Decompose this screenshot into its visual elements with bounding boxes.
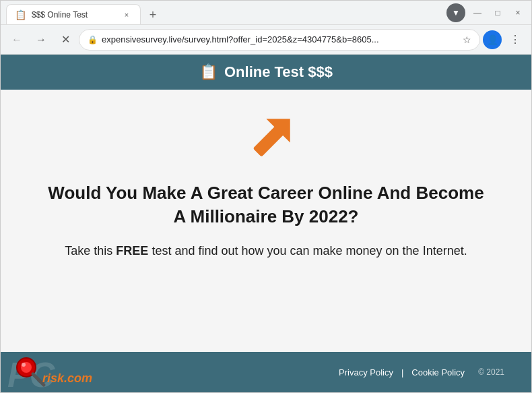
new-tab-button[interactable]: + — [143, 5, 162, 24]
profile-icon: 👤 — [487, 34, 498, 45]
subtext-suffix: test and find out how you can make money… — [148, 244, 467, 258]
bookmark-icon[interactable]: ☆ — [463, 34, 471, 45]
footer-year: © 2021 — [478, 367, 504, 377]
profile-button[interactable]: 👤 — [483, 30, 502, 49]
extensions-button[interactable]: ▼ — [446, 3, 465, 22]
reload-button[interactable]: ✕ — [55, 29, 76, 51]
footer-links: Privacy Policy | Cookie Policy © 2021 — [339, 367, 504, 377]
page-footer: PC risk.com Privacy Policy | Cookie Poli… — [1, 352, 531, 392]
menu-button[interactable]: ⋮ — [504, 29, 526, 51]
cookie-policy-link[interactable]: Cookie Policy — [411, 367, 465, 377]
tab-area: 📋 $$$ Online Test × + — [6, 1, 446, 24]
footer-logo: PC risk.com — [7, 357, 53, 392]
header-title: Online Test $$$ — [224, 63, 333, 81]
minimize-button[interactable]: — — [469, 5, 486, 21]
lock-icon: 🔒 — [88, 35, 98, 44]
window-controls-area: ▼ — □ × — [446, 3, 526, 22]
main-heading: Would You Make A Great Career Online And… — [41, 181, 491, 229]
page-header: 📋 Online Test $$$ — [1, 55, 531, 90]
risk-logo-text: risk.com — [42, 371, 92, 386]
privacy-policy-link[interactable]: Privacy Policy — [339, 367, 393, 377]
address-bar: ← → ✕ 🔒 expensivesurvey.live/survey.html… — [1, 25, 531, 55]
active-tab[interactable]: 📋 $$$ Online Test × — [6, 4, 141, 24]
header-icon: 📋 — [199, 63, 218, 81]
svg-point-5 — [22, 363, 26, 367]
tab-title: $$$ Online Test — [32, 10, 116, 20]
browser-body: 📋 Online Test $$$ Would You Make A Great… — [1, 55, 531, 392]
footer-divider: | — [401, 367, 403, 377]
forward-button[interactable]: → — [30, 29, 52, 51]
extensions-icon: ▼ — [452, 8, 460, 18]
subtext-prefix: Take this — [65, 244, 116, 258]
maximize-button[interactable]: □ — [490, 5, 506, 21]
url-bar[interactable]: 🔒 expensivesurvey.live/survey.html?offer… — [79, 29, 480, 51]
subtext-bold: FREE — [116, 244, 148, 258]
tab-favicon: 📋 — [15, 9, 26, 20]
url-text: expensivesurvey.live/survey.html?offer_i… — [102, 34, 459, 44]
title-bar: 📋 $$$ Online Test × + ▼ — □ × — [1, 1, 531, 25]
sub-text: Take this FREE test and find out how you… — [65, 242, 467, 260]
browser-window: 📋 $$$ Online Test × + ▼ — □ × ← → ✕ 🔒 ex… — [0, 0, 532, 393]
page-content: Would You Make A Great Career Online And… — [1, 90, 531, 352]
back-button[interactable]: ← — [6, 29, 28, 51]
close-button[interactable]: × — [510, 5, 526, 21]
tab-close-button[interactable]: × — [121, 9, 132, 20]
